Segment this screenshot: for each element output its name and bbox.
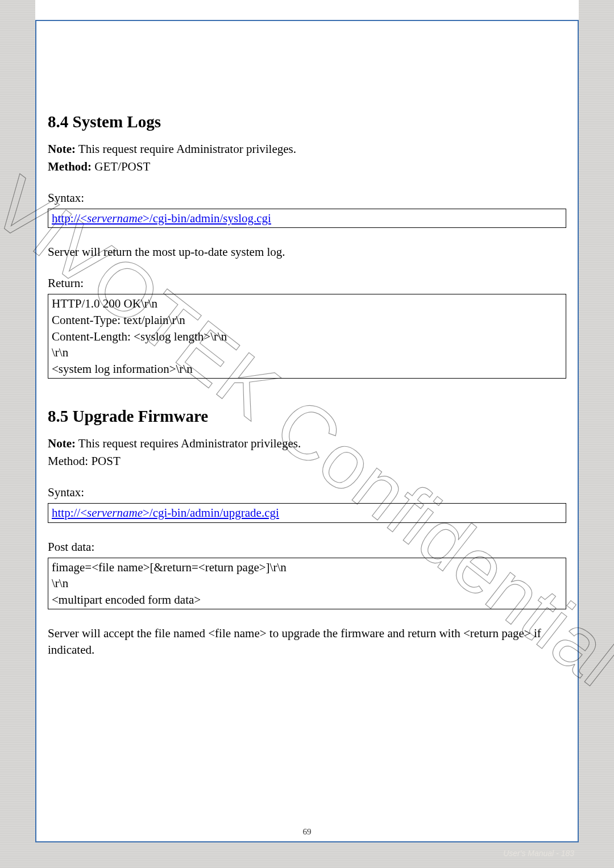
sec84-return-box: HTTP/1.0 200 OK\r\n Content-Type: text/p… xyxy=(48,294,566,379)
footer-page-number: User's Manual - 183 xyxy=(503,849,574,858)
return-line-2: Content-Type: text/plain\r\n xyxy=(52,312,562,329)
return-line-3: Content-Length: <syslog length>\r\n xyxy=(52,329,562,345)
section-8-4-heading: 8.4 System Logs xyxy=(48,110,566,133)
section-8-5-heading: 8.5 Upgrade Firmware xyxy=(48,405,566,427)
post-line-2: \r\n xyxy=(52,575,562,592)
post-line-1: fimage=<file name>[&return=<return page>… xyxy=(52,559,562,576)
sec84-desc: Server will return the most up-to-date s… xyxy=(48,244,566,260)
sec85-syntax-box: http://<servername>/cgi-bin/admin/upgrad… xyxy=(48,503,566,523)
post-line-3: <multipart encoded form data> xyxy=(52,592,562,608)
page-root: VIV VIVOTEK URL Command Document for All… xyxy=(0,0,614,868)
note-text: This request requires Administrator priv… xyxy=(76,437,301,450)
note-label: Note: xyxy=(48,437,76,450)
sec85-post-box: fimage=<file name>[&return=<return page>… xyxy=(48,558,566,610)
note-label: Note: xyxy=(48,142,76,156)
sec84-syntax-box: http://<servername>/cgi-bin/admin/syslog… xyxy=(48,209,566,229)
sec85-method: Method: POST xyxy=(48,453,566,470)
inner-page-number: 69 xyxy=(36,827,578,837)
method-text: GET/POST xyxy=(92,160,150,173)
sec85-post-label: Post data: xyxy=(48,539,566,555)
return-line-4: \r\n xyxy=(52,344,562,361)
content-area: 8.4 System Logs Note: This request requi… xyxy=(48,86,566,824)
sec84-method: Method: GET/POST xyxy=(48,159,566,175)
sec84-syntax-url: http://<servername>/cgi-bin/admin/syslog… xyxy=(52,210,562,227)
sec84-return-label: Return: xyxy=(48,275,566,292)
return-line-1: HTTP/1.0 200 OK\r\n xyxy=(52,296,562,312)
content-frame: VIVOTEK Confidential 8.4 System Logs Not… xyxy=(35,20,579,842)
sec85-syntax-url: http://<servername>/cgi-bin/admin/upgrad… xyxy=(52,505,562,521)
method-label: Method: xyxy=(48,160,92,173)
sec84-note: Note: This request require Administrator… xyxy=(48,141,566,157)
syslog-url-link[interactable]: http://<servername>/cgi-bin/admin/syslog… xyxy=(52,211,271,225)
sec84-syntax-label: Syntax: xyxy=(48,190,566,206)
upgrade-url-link[interactable]: http://<servername>/cgi-bin/admin/upgrad… xyxy=(52,506,279,520)
sec85-syntax-label: Syntax: xyxy=(48,484,566,501)
return-line-5: <system log information>\r\n xyxy=(52,361,562,377)
sec85-desc: Server will accept the file named <file … xyxy=(48,625,566,658)
note-text: This request require Administrator privi… xyxy=(76,142,296,156)
sec85-note: Note: This request requires Administrato… xyxy=(48,435,566,452)
